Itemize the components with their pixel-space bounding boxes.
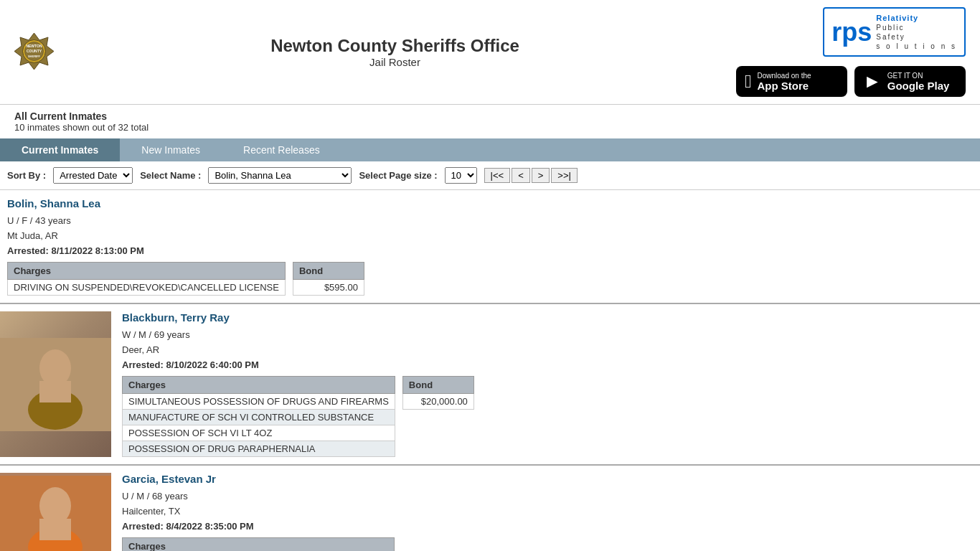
prev-page-button[interactable]: < [512, 168, 530, 183]
inmate-list: Bolin, Shanna Lea U / F / 43 years Mt Ju… [0, 190, 980, 551]
google-play-icon: ► [863, 70, 882, 93]
table-row: DRIVING ON SUSPENDED\REVOKED\CANCELLED L… [8, 280, 286, 296]
inmate-arrested: Arrested: 8/11/2022 8:13:00 PM [7, 245, 976, 256]
bond-table: Bond $595.00 [293, 262, 364, 296]
tab-recent-releases[interactable]: Recent Releases [222, 138, 341, 161]
inmate-info: Garcia, Estevan Jr U / M / 68 years Hail… [111, 473, 980, 551]
apple-icon:  [745, 70, 752, 93]
rps-logo-letters: rps [831, 17, 872, 47]
bond-amount: $595.00 [293, 280, 364, 296]
inmates-info: All Current Inmates 10 inmates shown out… [14, 110, 149, 133]
charges-header: Charges [8, 263, 286, 280]
select-name-label: Select Name : [140, 170, 201, 181]
arrested-date: 8/11/2022 8:13:00 PM [51, 245, 143, 256]
arrested-date: 8/10/2022 6:40:00 PM [166, 359, 258, 370]
first-page-button[interactable]: |<< [484, 168, 511, 183]
svg-text:SHERIFF: SHERIFF [28, 55, 41, 58]
arrested-date: 8/4/2022 8:35:00 PM [166, 521, 253, 532]
photo-placeholder-svg [0, 476, 111, 551]
charge-cell: DRIVING ON SUSPENDED\REVOKED\CANCELLED L… [8, 280, 286, 296]
inmate-name-link[interactable]: Garcia, Estevan Jr [122, 473, 969, 485]
name-select[interactable]: Bolin, Shanna Lea [208, 167, 352, 184]
inmate-arrested: Arrested: 8/4/2022 8:35:00 PM [122, 521, 969, 532]
charge-cell: POSSESSION OF SCH VI LT 4OZ [123, 425, 395, 441]
app-buttons:  Download on the App Store ► GET IT ON … [736, 66, 966, 97]
sort-bar: Sort By : Arrested Date Name Select Name… [0, 161, 980, 190]
inmate-name-link[interactable]: Bolin, Shanna Lea [7, 197, 976, 209]
table-row: POSSESSION OF SCH VI LT 4OZ [123, 425, 395, 441]
arrested-label: Arrested: [122, 359, 166, 370]
page-title: Newton County Sheriffs Office [270, 36, 519, 56]
page-subtitle: Jail Roster [270, 56, 519, 68]
svg-text:COUNTY: COUNTY [27, 49, 42, 53]
google-play-button[interactable]: ► GET IT ON Google Play [854, 66, 966, 97]
top-right-section: rps Relativity Public Safety s o l u t i… [736, 7, 966, 97]
table-row: MANUFACTURE OF SCH VI CONTROLLED SUBSTAN… [123, 410, 395, 425]
inmate-record: Bolin, Shanna Lea U / F / 43 years Mt Ju… [0, 190, 980, 304]
charges-table: Charges HOLD FOR OTHER AGENCY [122, 537, 395, 551]
rps-logo: rps Relativity Public Safety s o l u t i… [823, 7, 966, 57]
charges-bond-section: Charges SIMULTANEOUS POSSESSION OF DRUGS… [122, 376, 969, 457]
inmate-info: Bolin, Shanna Lea U / F / 43 years Mt Ju… [4, 197, 976, 296]
inmate-info: Blackburn, Terry Ray W / M / 69 years De… [111, 311, 980, 457]
bond-header: Bond [293, 263, 364, 280]
charge-cell: MANUFACTURE OF SCH VI CONTROLLED SUBSTAN… [123, 410, 395, 425]
app-store-top-label: Download on the [758, 72, 811, 80]
inmate-photo [0, 311, 111, 457]
app-store-bottom-label: App Store [758, 80, 811, 92]
app-store-button[interactable]:  Download on the App Store [736, 66, 847, 97]
inmate-record: Blackburn, Terry Ray W / M / 69 years De… [0, 304, 980, 466]
sub-header: All Current Inmates 10 inmates shown out… [0, 105, 980, 138]
tab-new-inmates[interactable]: New Inmates [120, 138, 222, 161]
bond-header: Bond [402, 377, 473, 394]
inmate-demographics: W / M / 69 years [122, 329, 969, 340]
svg-rect-13 [39, 519, 71, 540]
inmates-count: 10 inmates shown out of 32 total [14, 122, 149, 133]
inmate-location: Mt Juda, AR [7, 230, 976, 241]
charges-table: Charges DRIVING ON SUSPENDED\REVOKED\CAN… [7, 262, 286, 296]
inmate-record: Garcia, Estevan Jr U / M / 68 years Hail… [0, 466, 980, 551]
google-play-bottom-label: Google Play [887, 80, 950, 92]
last-page-button[interactable]: >>| [551, 168, 578, 183]
table-row: POSSESSION OF DRUG PARAPHERNALIA [123, 441, 395, 457]
google-play-top-label: GET IT ON [887, 72, 950, 80]
inmate-arrested: Arrested: 8/10/2022 6:40:00 PM [122, 359, 969, 370]
svg-text:NEWTON: NEWTON [26, 44, 42, 48]
arrested-label: Arrested: [7, 245, 51, 256]
rps-logo-text: Relativity Public Safety s o l u t i o n… [876, 13, 957, 51]
tab-current-inmates[interactable]: Current Inmates [0, 138, 120, 161]
sheriff-badge: NEWTON COUNTY SHERIFF [14, 32, 54, 73]
rps-relativity: Relativity [876, 13, 957, 23]
inmate-location: Hailcenter, TX [122, 506, 969, 517]
page-size-select[interactable]: 10 25 50 [445, 167, 477, 184]
google-play-text: GET IT ON Google Play [887, 72, 950, 92]
table-row: SIMULTANEOUS POSSESSION OF DRUGS AND FIR… [123, 394, 395, 410]
next-page-button[interactable]: > [532, 168, 550, 183]
nav-tabs: Current Inmates New Inmates Recent Relea… [0, 138, 980, 161]
table-row: $20,000.00 [402, 394, 473, 410]
charges-header: Charges [123, 538, 395, 551]
sort-select[interactable]: Arrested Date Name [53, 167, 133, 184]
inmate-demographics: U / M / 68 years [122, 491, 969, 501]
inmate-location: Deer, AR [122, 344, 969, 355]
rps-safety: Safety [876, 32, 957, 42]
header-title-section: Newton County Sheriffs Office Jail Roste… [270, 36, 519, 68]
charge-cell: POSSESSION OF DRUG PARAPHERNALIA [123, 441, 395, 457]
app-store-text: Download on the App Store [758, 72, 811, 92]
bond-table: Bond $20,000.00 [402, 376, 474, 410]
charges-bond-section: Charges HOLD FOR OTHER AGENCY [122, 537, 969, 551]
bond-amount: $20,000.00 [402, 394, 473, 410]
inmate-name-link[interactable]: Blackburn, Terry Ray [122, 311, 969, 324]
sort-by-label: Sort By : [7, 170, 46, 181]
page-header: NEWTON COUNTY SHERIFF Newton County Sher… [0, 0, 980, 105]
arrested-label: Arrested: [122, 521, 166, 532]
page-size-label: Select Page size : [359, 170, 437, 181]
charge-cell: SIMULTANEOUS POSSESSION OF DRUGS AND FIR… [123, 394, 395, 410]
charges-table: Charges SIMULTANEOUS POSSESSION OF DRUGS… [122, 376, 395, 457]
table-row: $595.00 [293, 280, 364, 296]
all-current-label: All Current Inmates [14, 110, 149, 122]
rps-solutions: s o l u t i o n s [876, 42, 957, 51]
charges-header: Charges [123, 377, 395, 394]
inmate-demographics: U / F / 43 years [7, 215, 976, 226]
svg-rect-9 [39, 381, 71, 402]
